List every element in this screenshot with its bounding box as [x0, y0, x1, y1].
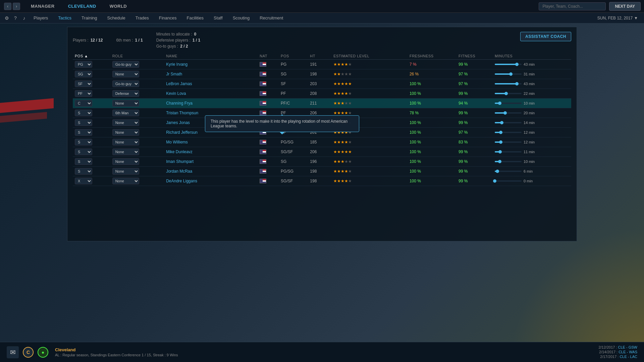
pos-cell: SG: [73, 69, 110, 79]
search-input[interactable]: [539, 2, 606, 10]
pos-cell: S: [73, 137, 110, 147]
slider-track[interactable]: [495, 151, 522, 153]
role-select[interactable]: Defense: [112, 90, 139, 97]
pos-header[interactable]: POS ▲: [73, 53, 110, 60]
role-select[interactable]: None: [112, 158, 139, 165]
pos-select[interactable]: S: [75, 119, 92, 126]
player-name[interactable]: Channing Frya: [166, 101, 193, 106]
players-nav[interactable]: Players: [29, 13, 53, 23]
slider-track[interactable]: [495, 64, 522, 65]
role-select[interactable]: None: [112, 129, 139, 136]
pos-select[interactable]: S: [75, 168, 92, 175]
fitness-cell: 94 %: [457, 99, 493, 108]
player-name[interactable]: Richard Jeffersun: [166, 130, 198, 135]
tactics-nav[interactable]: Tactics: [53, 13, 76, 23]
role-select[interactable]: None: [112, 178, 139, 184]
role-select[interactable]: 6th Man: [112, 110, 139, 116]
team-tab[interactable]: CLEVELAND: [61, 0, 103, 13]
player-name[interactable]: Kevin Lova: [166, 91, 186, 96]
pos-select[interactable]: X: [75, 178, 92, 184]
world-tab[interactable]: WORLD: [103, 0, 134, 13]
role-select[interactable]: None: [112, 148, 139, 155]
sub-navigation: ⚙ ? ♪ Players Tactics Training Schedule …: [0, 13, 644, 23]
fitness-cell: 99 %: [457, 167, 493, 176]
role-cell: None: [110, 99, 164, 108]
facilities-nav[interactable]: Facilities: [182, 13, 209, 23]
manager-tab[interactable]: MANAGER: [24, 0, 61, 13]
slider-track[interactable]: [495, 93, 522, 94]
role-select[interactable]: None: [112, 119, 139, 126]
player-name[interactable]: Iman Shumpart: [166, 159, 194, 164]
pos-select[interactable]: PF: [75, 90, 92, 97]
player-name[interactable]: Mike Dunleavz: [166, 149, 193, 154]
player-name[interactable]: Mo Williems: [166, 140, 188, 144]
slider-track[interactable]: [495, 171, 522, 172]
mail-icon[interactable]: ✉: [7, 346, 19, 358]
player-name[interactable]: Jordan McRaa: [166, 169, 192, 174]
pos-select[interactable]: S: [75, 139, 92, 145]
pos-select[interactable]: S: [75, 148, 92, 155]
pos-select[interactable]: S: [75, 110, 92, 116]
pos-select[interactable]: C: [75, 100, 92, 107]
slider-track[interactable]: [495, 180, 522, 182]
current-date: SUN, FEB 12, 2017 ▼: [597, 16, 641, 20]
name-header[interactable]: NAME: [164, 53, 258, 60]
trades-nav[interactable]: Trades: [131, 13, 154, 23]
freshness-header[interactable]: FRESHNESS: [408, 53, 457, 60]
ht-cell: 196: [308, 157, 331, 167]
slider-track[interactable]: [495, 112, 522, 114]
role-select[interactable]: None: [112, 100, 139, 107]
slider-track[interactable]: [495, 83, 522, 84]
team-name: Cleveland: [55, 347, 178, 352]
pos-select[interactable]: S: [75, 158, 92, 165]
back-arrow[interactable]: ‹: [4, 3, 11, 10]
settings-icon[interactable]: ⚙: [3, 14, 11, 22]
next-day-button[interactable]: NEXT DAY: [609, 2, 641, 11]
role-header[interactable]: ROLE: [110, 53, 164, 60]
slider-track[interactable]: [495, 132, 522, 133]
recruitment-nav[interactable]: Recruitment: [255, 13, 288, 23]
pos-select[interactable]: SF: [75, 80, 92, 87]
table-row: PG Go-to guy Kyrie Irvang PG 191 ★★★★★ 7…: [73, 60, 571, 69]
slider-track[interactable]: [495, 141, 522, 143]
assistant-coach-button[interactable]: ASSISTANT COACH: [520, 32, 571, 41]
forward-arrow[interactable]: ›: [13, 3, 20, 10]
role-select[interactable]: None: [112, 139, 139, 145]
player-name[interactable]: DeAndre Liggans: [166, 179, 197, 183]
role-select[interactable]: Go-to guy: [112, 80, 139, 87]
schedule-nav[interactable]: Schedule: [103, 13, 130, 23]
nat-header[interactable]: NAT: [258, 53, 279, 60]
role-select[interactable]: None: [112, 168, 139, 175]
player-name[interactable]: Jr Smath: [166, 72, 182, 76]
finances-nav[interactable]: Finances: [154, 13, 181, 23]
pos-select[interactable]: PG: [75, 61, 92, 68]
ht-cell: 203: [308, 79, 331, 89]
slider-track[interactable]: [495, 73, 522, 75]
player-name[interactable]: James Jonas: [166, 120, 190, 125]
training-nav[interactable]: Training: [77, 13, 102, 23]
fitness-header[interactable]: FITNESS: [457, 53, 493, 60]
ht-cell: 198: [308, 176, 331, 186]
slider-track[interactable]: [495, 122, 522, 123]
player-name[interactable]: LeBron Jamas: [166, 81, 192, 86]
minutes-header[interactable]: MINUTES: [493, 53, 571, 60]
staff-nav[interactable]: Staff: [209, 13, 227, 23]
player-name[interactable]: Kyrie Irvang: [166, 62, 187, 67]
slider-track[interactable]: [495, 103, 522, 104]
music-icon[interactable]: ♪: [20, 14, 28, 22]
flag-icon: [260, 140, 266, 144]
player-name[interactable]: Tristan Thompsun: [166, 111, 198, 115]
ht-cell: 198: [308, 69, 331, 79]
slider-thumb: [493, 179, 496, 183]
pos-select[interactable]: SG: [75, 71, 92, 77]
slider-track[interactable]: [495, 161, 522, 162]
role-select[interactable]: Go-to guy: [112, 61, 139, 68]
scouting-nav[interactable]: Scouting: [228, 13, 255, 23]
pos2-cell: SG/SF: [279, 147, 308, 157]
help-icon[interactable]: ?: [11, 14, 19, 22]
pos2-header[interactable]: POS: [279, 53, 308, 60]
ht-header[interactable]: HT: [308, 53, 331, 60]
pos-select[interactable]: S: [75, 129, 92, 136]
role-select[interactable]: None: [112, 71, 139, 77]
level-header[interactable]: ESTIMATED LEVEL: [331, 53, 408, 60]
